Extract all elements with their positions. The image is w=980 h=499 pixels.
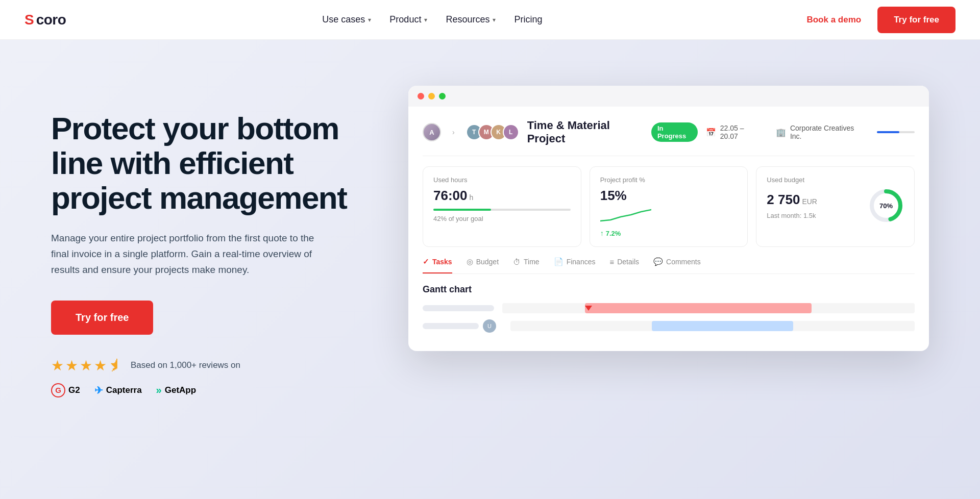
capterra-icon: ✈ [94,384,103,396]
arrow-icon: › [452,128,455,136]
tab-finances[interactable]: 📄 Finances [554,257,596,273]
chevron-down-icon: ▾ [368,16,371,23]
date-range: 22.05 – 20.07 [720,124,760,140]
project-header: A › T M K L Time & Material Project In P… [423,119,915,156]
gantt-label-1 [423,305,494,311]
budget-icon: ◎ [467,257,473,266]
g2-icon: G [51,383,65,397]
stat-budget: Used budget 2 750 EUR Last month: 1.5k [756,166,915,247]
getapp-logo[interactable]: » GetApp [156,384,197,396]
trend-arrow-icon: ↑ [600,229,604,237]
tab-time[interactable]: ⏱ Time [513,257,540,273]
company-name: Corporate Creatives Inc. [790,124,861,140]
tasks-icon: ✓ [423,257,429,266]
star-3: ★ [80,357,92,374]
stat-label-budget: Used budget [767,176,904,184]
navbar: S coro Use cases ▾ Product ▾ Resources ▾… [0,0,980,40]
project-tabs: ✓ Tasks ◎ Budget ⏱ Time 📄 Finances [423,257,915,274]
stat-value-profit: 15% [600,188,738,204]
stat-unit-hours: h [470,193,474,202]
getapp-icon: » [156,384,162,396]
app-mockup: A › T M K L Time & Material Project In P… [408,76,929,351]
hero-try-free-button[interactable]: Try for free [51,301,153,335]
g2-label: G2 [68,385,80,395]
team-avatar-4: L [503,124,519,140]
budget-donut: 70% [868,188,904,223]
logo-icon: S [24,12,34,28]
chevron-down-icon: ▾ [493,16,496,23]
gantt-row-1 [423,303,915,313]
comments-icon: 💬 [653,257,663,266]
hero-description: Manage your entire project portfolio fro… [51,230,316,278]
profit-trend: ↑ 7.2% [600,229,738,237]
gantt-section: Gantt chart U [423,284,915,333]
g2-logo[interactable]: G G2 [51,383,80,397]
hero-title: Protect your bottom line with efficient … [51,111,378,216]
app-window: A › T M K L Time & Material Project In P… [408,86,929,351]
stats-row: Used hours 76:00 h 42% of your goal Proj… [423,166,915,247]
book-demo-button[interactable]: Book a demo [798,11,869,29]
tab-details[interactable]: ≡ Details [609,257,639,273]
gantt-title: Gantt chart [423,284,915,295]
nav-resources[interactable]: Resources ▾ [446,14,496,25]
reviews-section: ★ ★ ★ ★ ⯨ Based on 1,000+ reviews on [51,357,378,374]
gantt-track-2 [510,321,915,331]
time-icon: ⏱ [513,258,521,266]
logo[interactable]: S coro [24,12,66,28]
app-content: A › T M K L Time & Material Project In P… [408,107,929,351]
gantt-row-2: U [423,319,915,333]
chevron-down-icon: ▾ [424,16,427,23]
review-logos: G G2 ✈ Capterra » GetApp [51,383,378,397]
nav-actions: Book a demo Try for free [798,7,955,33]
nav-use-cases[interactable]: Use cases ▾ [322,14,371,25]
star-rating: ★ ★ ★ ★ ⯨ [51,357,122,374]
tab-comments[interactable]: 💬 Comments [653,257,701,273]
gantt-marker [585,306,592,311]
profit-mini-chart [600,206,738,226]
window-close-dot [418,93,424,99]
tab-time-label: Time [524,258,540,266]
hours-sub: 42% of your goal [433,215,571,222]
capterra-label: Capterra [106,385,142,395]
nav-try-free-button[interactable]: Try for free [877,7,955,33]
budget-sub: Last month: 1.5k [767,212,817,219]
stat-label-profit: Project profit % [600,176,738,184]
gantt-avatar: U [483,319,496,333]
building-icon: 🏢 [776,128,786,137]
tab-tasks-label: Tasks [432,258,452,266]
nav-product[interactable]: Product ▾ [389,14,427,25]
nav-links: Use cases ▾ Product ▾ Resources ▾ Pricin… [322,14,542,25]
stat-profit: Project profit % 15% ↑ 7.2% [590,166,748,247]
hours-progress-bar [433,209,571,211]
nav-pricing[interactable]: Pricing [514,14,542,25]
star-5: ⯨ [108,357,122,374]
tab-finances-label: Finances [567,258,596,266]
logo-text: coro [36,12,66,28]
hero-section: Protect your bottom line with efficient … [0,40,980,499]
status-badge: In Progress [651,122,698,142]
calendar-icon: 📅 [706,128,716,137]
star-4: ★ [94,357,107,374]
gantt-track-1 [502,303,915,313]
gantt-avatar-row: U [423,319,502,333]
tab-budget[interactable]: ◎ Budget [467,257,499,273]
app-titlebar [408,86,929,107]
project-progress-bar [877,131,915,133]
svg-text:70%: 70% [879,202,893,210]
capterra-logo[interactable]: ✈ Capterra [94,384,142,396]
tab-tasks[interactable]: ✓ Tasks [423,257,452,273]
trend-value: 7.2% [606,230,621,237]
meta-dates: 📅 22.05 – 20.07 [706,124,760,140]
stat-unit-budget: EUR [802,197,817,206]
details-icon: ≡ [609,258,614,266]
star-1: ★ [51,357,64,374]
star-2: ★ [65,357,78,374]
team-avatars: T M K L [466,124,519,140]
tab-details-label: Details [617,258,639,266]
window-minimize-dot [428,93,435,99]
reviews-text: Based on 1,000+ reviews on [131,360,240,370]
project-title: Time & Material Project [527,119,643,145]
tab-comments-label: Comments [666,258,701,266]
project-meta: 📅 22.05 – 20.07 🏢 Corporate Creatives In… [706,124,915,140]
window-maximize-dot [439,93,446,99]
